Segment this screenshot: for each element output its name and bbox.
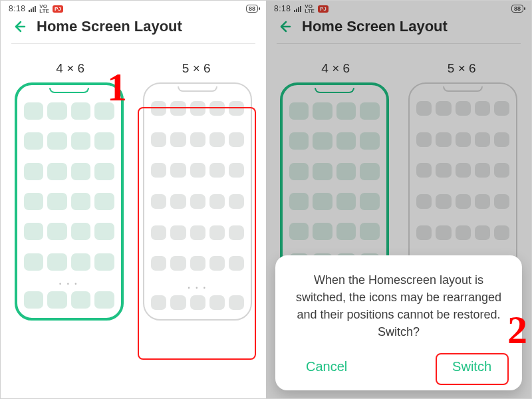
status-time: 8:18 xyxy=(274,4,291,13)
icon-grid xyxy=(24,102,114,279)
switch-button[interactable]: Switch xyxy=(446,355,498,378)
notch-icon xyxy=(49,88,89,93)
divider xyxy=(277,43,521,44)
page-dots: • • • xyxy=(151,283,244,293)
dock xyxy=(151,295,244,310)
page-title: Home Screen Layout xyxy=(37,18,182,35)
status-bar: 8:18 VO LTE PJ 88 xyxy=(266,1,531,15)
notch-icon xyxy=(178,86,217,92)
dialog-message: When the Homescreen layout is switched, … xyxy=(290,271,507,340)
cancel-button[interactable]: Cancel xyxy=(299,355,354,378)
icon-grid xyxy=(289,102,380,279)
status-chip: PJ xyxy=(318,5,329,13)
option-5x6-label[interactable]: 5 × 6 xyxy=(448,61,476,76)
option-4x6-label[interactable]: 4 × 6 xyxy=(56,61,84,76)
screenshot-step-2: 8:18 VO LTE PJ 88 Home Screen Layout 4 ×… xyxy=(266,1,531,398)
status-bar: 8:18 VO LTE PJ 88 xyxy=(1,1,266,15)
layout-preview-4x6[interactable]: • • • xyxy=(15,82,124,321)
signal-icon xyxy=(294,5,301,12)
layout-preview-5x6[interactable]: • • • xyxy=(143,82,252,321)
page-header: Home Screen Layout xyxy=(1,15,266,43)
page-header: Home Screen Layout xyxy=(266,15,531,43)
battery-icon: 88 xyxy=(511,5,523,13)
status-chip: PJ xyxy=(53,5,63,13)
divider xyxy=(11,43,255,44)
option-4x6-label[interactable]: 4 × 6 xyxy=(321,61,350,76)
volte-icon: VO LTE xyxy=(305,4,315,13)
notch-icon xyxy=(443,86,483,92)
confirm-dialog: When the Homescreen layout is switched, … xyxy=(275,255,522,390)
screenshot-step-1: 8:18 VO LTE PJ 88 Home Screen Layout 4 ×… xyxy=(1,1,266,398)
page-title: Home Screen Layout xyxy=(302,18,448,35)
notch-icon xyxy=(315,88,354,93)
page-dots: • • • xyxy=(24,279,114,289)
signal-icon xyxy=(29,5,36,12)
status-time: 8:18 xyxy=(9,4,25,13)
dock xyxy=(24,291,114,309)
back-icon[interactable] xyxy=(11,19,27,35)
icon-grid xyxy=(151,101,244,283)
volte-icon: VO LTE xyxy=(39,4,49,13)
back-icon[interactable] xyxy=(277,19,293,35)
battery-icon: 88 xyxy=(246,5,258,13)
option-5x6-label[interactable]: 5 × 6 xyxy=(182,61,211,76)
